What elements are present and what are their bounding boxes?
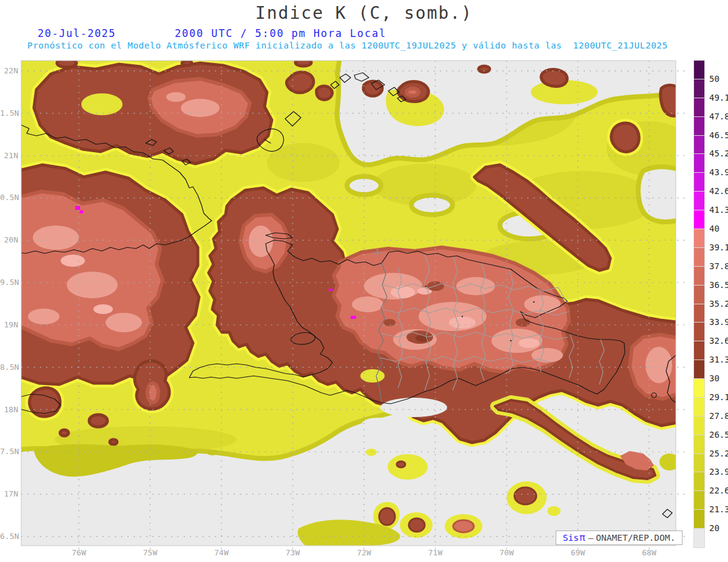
lat-label: 7.5N — [0, 447, 18, 456]
colorbar-tick-label: 37.8 — [709, 261, 728, 271]
colorbar-segment — [694, 61, 704, 79]
colorbar-tick-label: 35.2 — [709, 299, 728, 309]
contour-fill-layer — [17, 57, 692, 550]
colorbar-segment — [694, 379, 704, 398]
colorbar-tick-label: 39.1 — [709, 243, 728, 252]
colorbar-segment — [694, 472, 704, 491]
lon-label: 76W — [66, 548, 92, 557]
colorbar-segment — [694, 510, 704, 529]
lat-label: 8.5N — [0, 363, 18, 372]
attribution-app-name: Sis — [563, 531, 579, 544]
colorbar-segment — [694, 360, 704, 379]
colorbar-segment — [694, 454, 704, 473]
colorbar-segment — [694, 341, 704, 360]
k-index-map — [0, 0, 728, 562]
lat-label: 6.5N — [0, 532, 18, 541]
attribution-org: ONAMET/REP.DOM. — [596, 531, 675, 544]
lon-label: 73W — [280, 548, 306, 557]
colorbar-tick-label: 36.5 — [709, 280, 728, 290]
colorbar-segment — [694, 491, 704, 510]
lat-label: 9.5N — [0, 278, 18, 287]
colorbar-tick-label: 30 — [709, 373, 720, 383]
colorbar-segment — [694, 323, 704, 341]
colorbar-tick-label: 46.5 — [709, 130, 728, 140]
colorbar-tick-label: 21.3 — [709, 504, 728, 514]
colorbar-tick-label: 31.3 — [709, 355, 728, 364]
colorbar-tick-label: 29.1 — [709, 392, 728, 402]
lat-label: 21N — [0, 151, 18, 160]
pi-icon: π — [579, 531, 585, 544]
colorbar-segment — [694, 173, 704, 192]
colorbar-segment — [694, 416, 704, 435]
colorbar-segment — [694, 154, 704, 173]
colorbar-tick-label: 49.1 — [709, 93, 728, 102]
yellow-pocket — [360, 369, 385, 383]
colorbar-tick-label: 22.6 — [709, 486, 728, 495]
lat-label: 18N — [0, 405, 18, 414]
colorbar-tick-label: 50 — [709, 74, 720, 84]
lon-label: 68W — [636, 548, 662, 557]
colorbar-segment — [694, 117, 704, 136]
colorbar-tick-label: 25.2 — [709, 449, 728, 458]
colorbar-tick-label: 26.5 — [709, 430, 728, 440]
colorbar-segment — [694, 79, 704, 98]
colorbar-segment — [694, 529, 704, 547]
colorbar-segment — [694, 98, 704, 117]
colorbar-segment — [694, 304, 704, 323]
colorbar-tick-label: 32.6 — [709, 336, 728, 346]
lon-label: 74W — [208, 548, 235, 557]
colorbar-tick-label: 45.2 — [709, 149, 728, 158]
colorbar-segment — [694, 248, 704, 267]
colorbar-tick-label: 23.9 — [709, 467, 728, 477]
lon-label: 72W — [351, 548, 377, 557]
lon-label: 75W — [137, 548, 164, 557]
attribution-separator: — — [588, 531, 594, 544]
colorbar-segment — [694, 229, 704, 248]
lat-label: 17N — [0, 489, 18, 498]
lat-label: 1.5N — [0, 109, 18, 118]
colorbar-segment — [694, 136, 704, 155]
colorbar-tick-label: 40 — [709, 224, 720, 233]
colorbar-tick-label: 27.8 — [709, 411, 728, 421]
colorbar-tick-label: 33.9 — [709, 317, 728, 327]
colorbar-tick-label: 20 — [709, 523, 720, 533]
colorbar-segment — [694, 435, 704, 454]
colorbar-segment — [694, 210, 704, 229]
lat-label: 0.5N — [0, 193, 18, 202]
yellow-hole — [81, 93, 123, 115]
colorbar-tick-label: 43.9 — [709, 167, 728, 177]
colorbar-segment — [694, 192, 704, 210]
colorbar-tick-label: 42.6 — [709, 186, 728, 196]
lon-label: 69W — [565, 548, 592, 557]
lat-label: 20N — [0, 235, 18, 244]
weather-map-page: Indice K (C, somb.) 20-Jul-2025 2000 UTC… — [0, 0, 728, 562]
colorbar-tick-label: 41.3 — [709, 205, 728, 215]
colorbar-segment — [694, 286, 704, 304]
lat-label: 22N — [0, 66, 18, 75]
lat-label: 19N — [0, 320, 18, 329]
lon-label: 70W — [493, 548, 520, 557]
attribution-box: Sisπ—ONAMET/REP.DOM. — [556, 530, 682, 545]
colorbar-tick-label: 47.8 — [709, 112, 728, 121]
colorbar-segment — [694, 398, 704, 416]
colorbar-segment — [694, 267, 704, 286]
lon-label: 71W — [422, 548, 449, 557]
